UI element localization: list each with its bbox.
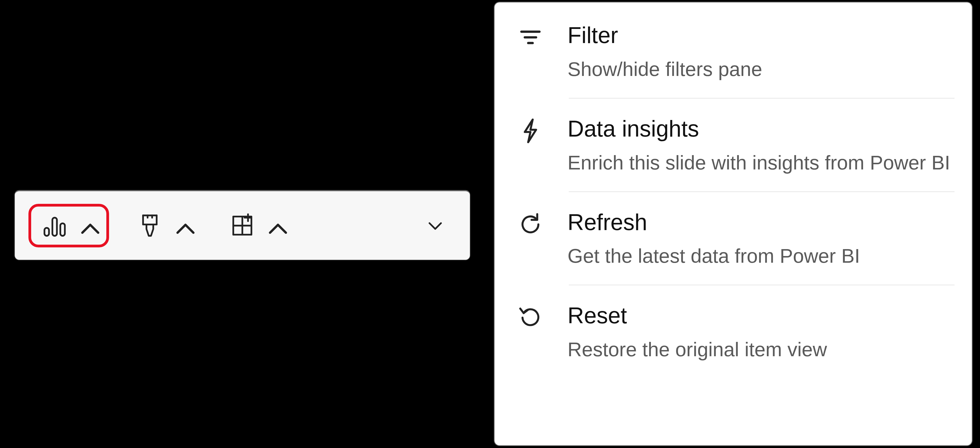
menu-item-description: Enrich this slide with insights from Pow… (568, 150, 955, 175)
menu-item-title: Data insights (568, 116, 955, 142)
chevron-up-icon (264, 216, 284, 236)
menu-item-title: Refresh (568, 209, 955, 236)
menu-item-title: Reset (568, 303, 955, 329)
menu-item-title: Filter (568, 22, 955, 48)
menu-item-description: Show/hide filters pane (568, 56, 955, 82)
chevron-down-icon[interactable] (425, 216, 445, 236)
menu-item-description: Restore the original item view (568, 337, 955, 362)
add-grid-icon (229, 212, 256, 239)
lightning-icon (514, 116, 547, 145)
refresh-icon (514, 209, 547, 238)
menu-item-description: Get the latest data from Power BI (568, 243, 955, 269)
toolbar-item-format[interactable] (126, 207, 202, 245)
menu-item-refresh[interactable]: Refresh Get the latest data from Power B… (495, 192, 972, 285)
reset-icon (514, 303, 547, 331)
chevron-up-icon (77, 216, 97, 236)
toolbar-item-data-options[interactable] (29, 204, 109, 247)
filter-icon (514, 22, 547, 51)
data-options-toolbar (15, 190, 470, 260)
svg-rect-0 (45, 228, 49, 236)
menu-item-reset[interactable]: Reset Restore the original item view (495, 285, 972, 378)
menu-item-filter[interactable]: Filter Show/hide filters pane (495, 5, 972, 98)
bar-chart-icon (41, 212, 68, 239)
toolbar-item-add-grid[interactable] (219, 207, 294, 245)
data-options-menu: Filter Show/hide filters pane Data insig… (495, 2, 972, 445)
svg-rect-1 (52, 217, 57, 236)
menu-item-data-insights[interactable]: Data insights Enrich this slide with ins… (495, 99, 972, 191)
paintbrush-icon (136, 212, 164, 239)
svg-rect-2 (60, 223, 65, 236)
chevron-up-icon (172, 216, 192, 236)
